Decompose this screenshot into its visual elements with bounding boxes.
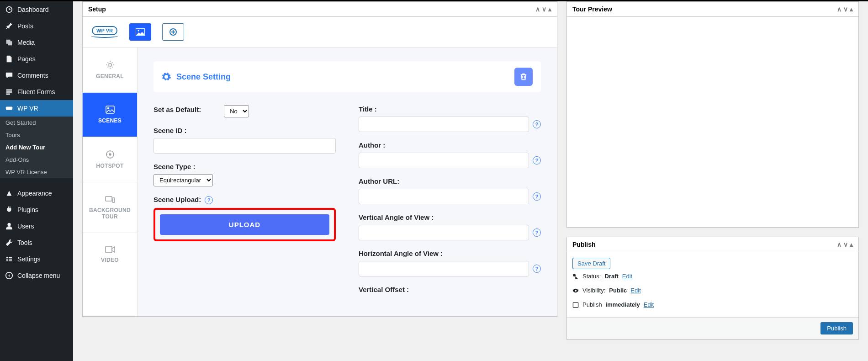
move-up-icon[interactable]: ∧ xyxy=(837,241,842,248)
vaov-input[interactable] xyxy=(359,225,529,240)
scene-id-label: Scene ID : xyxy=(153,127,336,134)
sidebar-item-label: Posts xyxy=(17,22,33,30)
side-tab-video[interactable]: VIDEO xyxy=(83,233,137,276)
vaov-label: Vertical Angle of View : xyxy=(359,213,541,221)
publish-button[interactable]: Publish xyxy=(820,322,853,334)
move-up-icon[interactable]: ∧ xyxy=(535,5,540,13)
sidebar-item-appearance[interactable]: Appearance xyxy=(0,185,73,202)
set-default-label: Set as Default: xyxy=(153,106,201,113)
scene-setting-title: Scene Setting xyxy=(176,72,231,82)
help-icon[interactable]: ? xyxy=(533,156,541,165)
upload-highlight: UPLOAD xyxy=(153,208,336,241)
settings-icon xyxy=(5,255,14,264)
edit-status-link[interactable]: Edit xyxy=(622,273,632,280)
author-url-label: Author URL: xyxy=(359,177,541,185)
submenu-add-new-tour[interactable]: Add New Tour xyxy=(0,141,73,154)
sidebar-item-users[interactable]: Users xyxy=(0,218,73,234)
side-tab-scenes[interactable]: SCENES xyxy=(83,93,137,137)
author-input[interactable] xyxy=(359,153,529,168)
submenu-get-started[interactable]: Get Started xyxy=(0,117,73,129)
comments-icon xyxy=(5,71,14,80)
side-tab-label: BACKGROUND TOUR xyxy=(83,207,137,220)
move-down-icon[interactable]: ∨ xyxy=(843,5,848,13)
tools-icon xyxy=(5,238,14,247)
pages-icon xyxy=(5,54,14,64)
scene-upload-label: Scene Upload: ? xyxy=(153,196,336,204)
sidebar-item-label: Users xyxy=(17,223,34,230)
devices-icon xyxy=(105,195,115,203)
move-up-icon[interactable]: ∧ xyxy=(837,5,842,13)
author-url-input[interactable] xyxy=(359,189,529,204)
forms-icon xyxy=(5,87,14,96)
sidebar-item-label: Comments xyxy=(17,72,48,79)
svg-point-4 xyxy=(138,30,139,32)
scene-tab-pill[interactable] xyxy=(129,23,151,41)
svg-point-14 xyxy=(573,274,576,276)
sidebar-item-dashboard[interactable]: Dashboard xyxy=(0,1,73,18)
toggle-icon[interactable]: ▴ xyxy=(850,241,853,248)
admin-sidebar: Dashboard Posts Media Pages Comments Flu… xyxy=(0,1,73,361)
sidebar-item-comments[interactable]: Comments xyxy=(0,67,73,84)
calendar-icon xyxy=(572,302,579,308)
sidebar-item-collapse[interactable]: Collapse menu xyxy=(0,267,73,284)
image-icon xyxy=(106,106,115,114)
scene-id-input[interactable] xyxy=(153,138,336,154)
move-down-icon[interactable]: ∨ xyxy=(542,5,546,13)
sidebar-item-media[interactable]: Media xyxy=(0,34,73,51)
scene-type-label: Scene Type : xyxy=(153,163,336,170)
move-down-icon[interactable]: ∨ xyxy=(843,241,848,248)
publish-postbox: Publish ∧ ∨ ▴ Save Draft Status: Draft E… xyxy=(566,237,859,340)
media-icon xyxy=(5,38,14,47)
svg-point-8 xyxy=(107,108,109,109)
side-tab-hotspot[interactable]: HOTSPOT xyxy=(83,137,137,182)
status-label: Status: xyxy=(582,273,601,280)
side-tab-label: GENERAL xyxy=(96,73,124,80)
set-default-select[interactable]: No xyxy=(224,105,249,117)
status-value: Draft xyxy=(604,273,618,280)
haov-input[interactable] xyxy=(359,261,529,276)
side-tab-label: SCENES xyxy=(98,117,122,124)
sidebar-item-fluent-forms[interactable]: Fluent Forms xyxy=(0,84,73,100)
video-icon xyxy=(105,246,115,253)
sidebar-item-label: Dashboard xyxy=(17,6,49,13)
sidebar-item-label: Appearance xyxy=(17,190,52,197)
help-icon[interactable]: ? xyxy=(533,192,541,201)
svg-rect-0 xyxy=(6,106,12,110)
toggle-icon[interactable]: ▴ xyxy=(548,5,551,13)
save-draft-button[interactable]: Save Draft xyxy=(572,258,610,269)
svg-rect-15 xyxy=(573,303,578,308)
submenu-add-ons[interactable]: Add-Ons xyxy=(0,154,73,166)
submenu-tours[interactable]: Tours xyxy=(0,129,73,141)
add-tab-pill[interactable] xyxy=(162,23,184,41)
help-icon[interactable]: ? xyxy=(205,196,213,204)
svg-rect-12 xyxy=(112,198,115,202)
help-icon[interactable]: ? xyxy=(533,228,541,237)
help-icon[interactable]: ? xyxy=(533,120,541,128)
submenu-license[interactable]: WP VR License xyxy=(0,166,73,178)
delete-scene-button[interactable] xyxy=(514,68,533,86)
title-label: Title : xyxy=(359,105,541,113)
setup-title: Setup xyxy=(88,5,106,13)
sidebar-item-posts[interactable]: Posts xyxy=(0,18,73,34)
upload-button[interactable]: UPLOAD xyxy=(160,214,329,235)
sidebar-item-label: Pages xyxy=(17,55,36,63)
scene-type-select[interactable]: Equirectangular xyxy=(153,174,213,186)
side-tab-background[interactable]: BACKGROUND TOUR xyxy=(83,182,137,233)
side-tab-general[interactable]: GENERAL xyxy=(83,48,137,93)
preview-title: Tour Preview xyxy=(572,5,612,13)
sidebar-item-pages[interactable]: Pages xyxy=(0,51,73,67)
help-icon[interactable]: ? xyxy=(533,265,541,273)
toggle-icon[interactable]: ▴ xyxy=(850,5,853,13)
sidebar-item-settings[interactable]: Settings xyxy=(0,251,73,267)
sidebar-item-tools[interactable]: Tools xyxy=(0,234,73,251)
sidebar-item-plugins[interactable]: Plugins xyxy=(0,202,73,218)
edit-visibility-link[interactable]: Edit xyxy=(630,287,640,294)
svg-rect-11 xyxy=(106,196,112,201)
edit-schedule-link[interactable]: Edit xyxy=(644,301,654,308)
eye-icon xyxy=(572,287,579,294)
side-tab-label: HOTSPOT xyxy=(96,163,123,169)
trash-icon xyxy=(519,73,528,81)
collapse-icon xyxy=(5,271,14,280)
title-input[interactable] xyxy=(359,117,529,132)
sidebar-item-wp-vr[interactable]: WP VR xyxy=(0,100,73,117)
